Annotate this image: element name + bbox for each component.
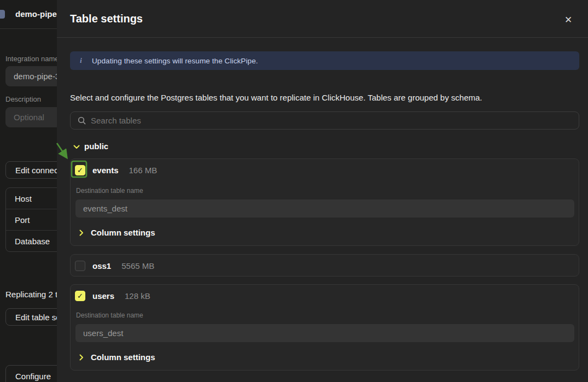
table-row: ✓ users 128 kB xyxy=(75,291,150,301)
search-input[interactable] xyxy=(91,116,579,125)
column-settings-label: Column settings xyxy=(91,352,155,362)
column-settings-toggle-events[interactable]: Column settings xyxy=(79,228,155,237)
table-size: 166 MB xyxy=(129,166,158,175)
destination-table-input-events[interactable] xyxy=(75,199,574,218)
table-row: oss1 5565 MB xyxy=(75,261,154,271)
chevron-right-icon xyxy=(79,230,84,236)
table-name: events xyxy=(92,166,119,175)
table-settings-modal: Table settings ✕ i Updating these settin… xyxy=(57,0,588,382)
info-icon: i xyxy=(70,57,92,65)
table-name: oss1 xyxy=(92,261,111,271)
schema-name: public xyxy=(84,142,108,151)
chevron-down-icon xyxy=(73,145,80,149)
search-icon xyxy=(78,116,86,125)
replicating-tables-text: Replicating 2 t xyxy=(5,290,57,299)
table-size: 5565 MB xyxy=(121,261,154,271)
screen: demo-pipe-3 Integration name Description… xyxy=(0,0,588,382)
checkbox-users[interactable]: ✓ xyxy=(75,291,85,301)
destination-table-label: Destination table name xyxy=(76,187,143,195)
table-row: ✓ events 166 MB xyxy=(75,165,157,175)
pipe-logo-icon xyxy=(0,10,5,19)
checkbox-oss1[interactable] xyxy=(75,261,85,271)
destination-table-label: Destination table name xyxy=(76,312,143,319)
table-card-oss1: oss1 5565 MB xyxy=(70,254,579,277)
column-settings-toggle-users[interactable]: Column settings xyxy=(79,352,155,362)
column-settings-label: Column settings xyxy=(91,228,155,237)
integration-name-label: Integration name xyxy=(5,55,59,63)
search-box xyxy=(70,111,579,130)
schema-group-public[interactable]: public xyxy=(70,142,108,151)
table-card-events: ✓ events 166 MB Destination table name C… xyxy=(70,158,579,246)
chevron-right-icon xyxy=(79,354,84,361)
description-label: Description xyxy=(5,95,41,103)
info-banner-text: Updating these settings will resume the … xyxy=(92,57,258,65)
info-banner: i Updating these settings will resume th… xyxy=(70,51,579,70)
table-name: users xyxy=(92,291,114,301)
table-size: 128 kB xyxy=(125,291,150,301)
checkbox-events[interactable]: ✓ xyxy=(75,165,85,175)
modal-title: Table settings xyxy=(70,13,143,25)
page-header-divider xyxy=(0,28,61,29)
destination-table-input-users[interactable] xyxy=(75,324,574,342)
close-icon[interactable]: ✕ xyxy=(562,14,575,27)
modal-header-divider xyxy=(57,37,588,38)
modal-description: Select and configure the Postgres tables… xyxy=(70,93,482,102)
table-card-users: ✓ users 128 kB Destination table name Co… xyxy=(70,284,579,371)
